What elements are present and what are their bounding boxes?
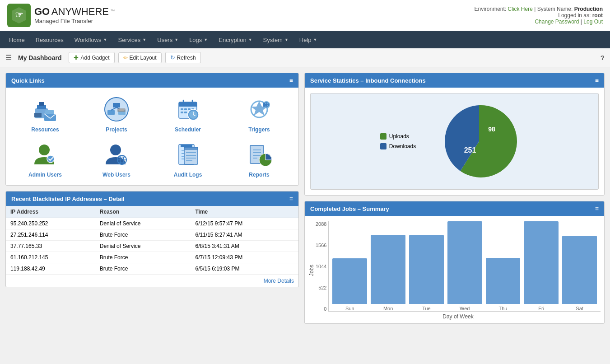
- table-row: 61.160.212.145 Brute Force 6/7/15 12:09:…: [6, 252, 298, 263]
- change-password-link[interactable]: Change Password: [535, 19, 579, 25]
- admin-users-icon-wrap: [31, 140, 60, 169]
- service-stats-title: Service Statistics – Inbound Connections: [310, 77, 426, 84]
- quick-link-reports[interactable]: Reports: [227, 140, 291, 178]
- resources-icon-wrap: [31, 95, 60, 124]
- nav-system[interactable]: System ▼: [258, 31, 294, 48]
- y-tick-3: 1566: [316, 243, 326, 248]
- ip-cell: 95.240.250.252: [6, 218, 95, 229]
- bar-column: Sun: [332, 221, 367, 311]
- svg-rect-26: [184, 112, 187, 113]
- triggers-label: Triggers: [248, 126, 270, 133]
- reason-cell: Brute Force: [95, 263, 191, 275]
- bar-column: Tue: [409, 221, 444, 311]
- completed-jobs-header: Completed Jobs – Summary ≡: [305, 201, 604, 216]
- y-tick-1: 522: [318, 285, 326, 290]
- y-label-container: Jobs: [308, 221, 316, 320]
- edit-layout-button[interactable]: ✏ Edit Layout: [118, 52, 162, 63]
- uploads-value-label: 251: [464, 146, 476, 154]
- dashboard-title: My Dashboard: [18, 54, 61, 61]
- bar-rect: [447, 221, 482, 304]
- completed-jobs-title: Completed Jobs – Summary: [310, 205, 389, 212]
- resources-icon: [32, 96, 59, 123]
- svg-rect-25: [181, 112, 183, 113]
- bar-chart-bars: Sun Mon Tue Wed Thu Fri Sat: [328, 221, 601, 312]
- reason-cell: Brute Force: [95, 229, 191, 241]
- svg-rect-10: [107, 110, 115, 115]
- refresh-button[interactable]: ↻ Refresh: [165, 52, 201, 63]
- time-cell: 6/7/15 12:09:43 PM: [191, 252, 298, 263]
- quick-links-header: Quick Links ≡: [6, 73, 298, 88]
- header-right: Environment: Click Here | System Name: P…: [474, 6, 603, 25]
- reports-icon: [246, 141, 273, 168]
- time-cell: 6/5/15 6:19:03 PM: [191, 263, 298, 275]
- system-name: Production: [574, 6, 603, 12]
- bar-chart-wrap: Jobs 2088 1566 1044 522 0: [305, 216, 604, 323]
- completed-jobs-menu-icon[interactable]: ≡: [595, 205, 599, 212]
- svg-rect-22: [184, 108, 187, 110]
- scheduler-icon-wrap: [173, 95, 202, 124]
- more-details-row: More Details: [6, 275, 298, 287]
- logged-in-user: root: [592, 12, 603, 19]
- reason-cell: Denial of Service: [95, 218, 191, 229]
- svg-rect-18: [179, 105, 197, 107]
- top-header: ☞ GO ANYWHERE ™ Managed File Transfer En…: [0, 0, 610, 31]
- nav-users[interactable]: Users ▼: [152, 31, 184, 48]
- log-out-link[interactable]: Log Out: [583, 19, 603, 25]
- web-users-icon-wrap: [102, 140, 131, 169]
- right-column: Service Statistics – Inbound Connections…: [304, 73, 605, 324]
- quick-link-web-users[interactable]: Web Users: [84, 140, 149, 178]
- pie-legend: Uploads Downloads: [380, 133, 416, 149]
- table-row: 27.251.246.114 Brute Force 6/11/15 8:27:…: [6, 229, 298, 241]
- help-icon[interactable]: ?: [601, 54, 605, 61]
- quick-links-menu-icon[interactable]: ≡: [289, 77, 293, 84]
- service-stats-header: Service Statistics – Inbound Connections…: [305, 73, 604, 88]
- col-ip: IP Address: [6, 206, 95, 218]
- bar-column: Mon: [371, 221, 405, 311]
- quick-link-projects[interactable]: Projects: [84, 95, 149, 133]
- edit-layout-label: Edit Layout: [130, 55, 157, 61]
- time-cell: 6/12/15 9:57:47 PM: [191, 218, 298, 229]
- quick-link-triggers[interactable]: Triggers: [227, 95, 291, 133]
- y-axis-label: Jobs: [308, 265, 315, 276]
- admin-users-label: Admin Users: [28, 172, 62, 178]
- nav-encryption[interactable]: Encryption ▼: [213, 31, 257, 48]
- nav-help[interactable]: Help ▼: [294, 31, 323, 48]
- bar-column: Sat: [562, 221, 597, 311]
- hamburger-icon[interactable]: ☰: [5, 53, 12, 62]
- col-reason: Reason: [95, 206, 191, 218]
- service-stats-menu-icon[interactable]: ≡: [595, 77, 599, 84]
- bar-day-label: Wed: [460, 306, 470, 311]
- add-gadget-button[interactable]: ✚ Add Gadget: [69, 52, 114, 63]
- logged-in-label: Logged in as:: [558, 12, 591, 19]
- nav-workflows[interactable]: Workflows ▼: [69, 31, 113, 48]
- quick-link-scheduler[interactable]: Scheduler: [156, 95, 220, 133]
- quick-link-admin-users[interactable]: Admin Users: [13, 140, 77, 178]
- left-column: Quick Links ≡: [5, 73, 299, 324]
- bar-rect: [371, 235, 405, 304]
- audit-logs-icon: [174, 141, 201, 168]
- env-link[interactable]: Click Here: [508, 6, 533, 12]
- resources-label: Resources: [31, 126, 59, 133]
- nav-services[interactable]: Services ▼: [112, 31, 152, 48]
- quick-link-audit-logs[interactable]: Audit Logs: [156, 140, 220, 178]
- quick-links-panel: Quick Links ≡: [5, 73, 299, 186]
- nav-resources[interactable]: Resources: [30, 31, 69, 48]
- blacklist-menu-icon[interactable]: ≡: [289, 195, 293, 202]
- blacklist-tbody: 95.240.250.252 Denial of Service 6/12/15…: [6, 218, 298, 275]
- nav-home[interactable]: Home: [4, 31, 30, 48]
- scheduler-icon: [174, 96, 201, 123]
- blacklist-panel: Recent Blacklisted IP Addresses – Detail…: [5, 191, 299, 287]
- quick-link-resources[interactable]: Resources: [13, 95, 77, 133]
- header-links: Change Password | Log Out: [474, 19, 603, 25]
- bar-column: Wed: [447, 221, 482, 311]
- more-details-link[interactable]: More Details: [264, 278, 294, 284]
- bar-day-label: Sat: [576, 306, 583, 311]
- completed-jobs-panel: Completed Jobs – Summary ≡ Jobs 2088 156…: [304, 201, 605, 324]
- web-users-icon: [103, 141, 130, 168]
- logged-in-line: Logged in as: root: [474, 12, 603, 19]
- bar-chart-inner-wrap: 2088 1566 1044 522 0 Sun Mon Tue: [316, 221, 601, 320]
- toolbar: ☰ My Dashboard ✚ Add Gadget ✏ Edit Layou…: [0, 48, 610, 67]
- table-row: 37.77.165.33 Denial of Service 6/8/15 3:…: [6, 241, 298, 252]
- nav-logs[interactable]: Logs ▼: [184, 31, 213, 48]
- blacklist-title: Recent Blacklisted IP Addresses – Detail: [11, 196, 125, 202]
